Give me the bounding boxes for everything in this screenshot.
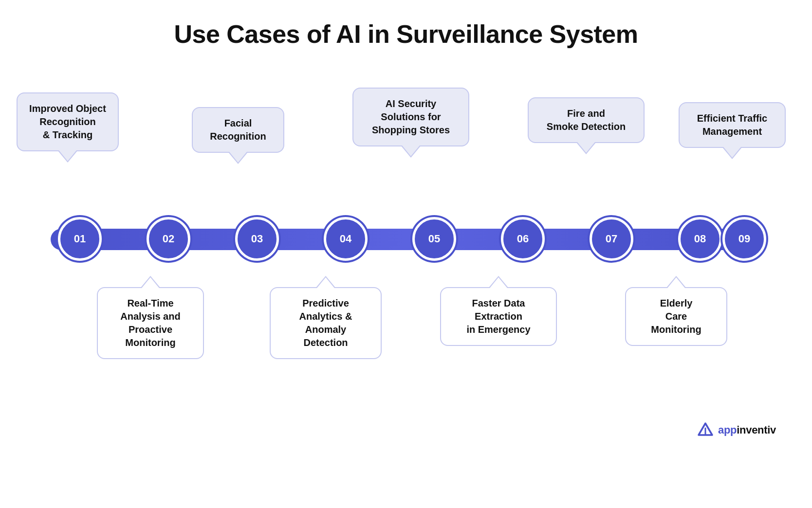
bubble-01: Improved ObjectRecognition& Tracking bbox=[17, 92, 119, 151]
diagram-area: 01 02 03 04 05 06 07 08 09 Improved Obje… bbox=[21, 78, 791, 448]
logo-area: appinventiv bbox=[697, 421, 776, 439]
appinventiv-logo-icon bbox=[697, 421, 714, 439]
page-title: Use Cases of AI in Surveillance System bbox=[174, 19, 638, 49]
bubble-08: ElderlyCareMonitoring bbox=[625, 287, 727, 346]
node-05: 05 bbox=[412, 217, 456, 261]
bubble-06: Faster DataExtractionin Emergency bbox=[440, 287, 557, 346]
bubble-04: PredictiveAnalytics &AnomalyDetection bbox=[270, 287, 382, 359]
node-04: 04 bbox=[324, 217, 368, 261]
node-01: 01 bbox=[58, 217, 102, 261]
bubble-05: AI SecuritySolutions forShopping Stores bbox=[352, 88, 469, 146]
bubble-07: Fire andSmoke Detection bbox=[528, 97, 645, 143]
node-03: 03 bbox=[235, 217, 279, 261]
node-07: 07 bbox=[590, 217, 633, 261]
node-08: 08 bbox=[678, 217, 722, 261]
bubble-03: FacialRecognition bbox=[192, 107, 284, 153]
bubble-02: Real-TimeAnalysis andProactiveMonitoring bbox=[97, 287, 204, 359]
bubble-09: Efficient TrafficManagement bbox=[679, 102, 786, 148]
node-02: 02 bbox=[147, 217, 190, 261]
logo-text: appinventiv bbox=[718, 424, 776, 436]
node-06: 06 bbox=[501, 217, 545, 261]
page-container: Use Cases of AI in Surveillance System 0… bbox=[0, 0, 812, 508]
node-09: 09 bbox=[722, 217, 766, 261]
